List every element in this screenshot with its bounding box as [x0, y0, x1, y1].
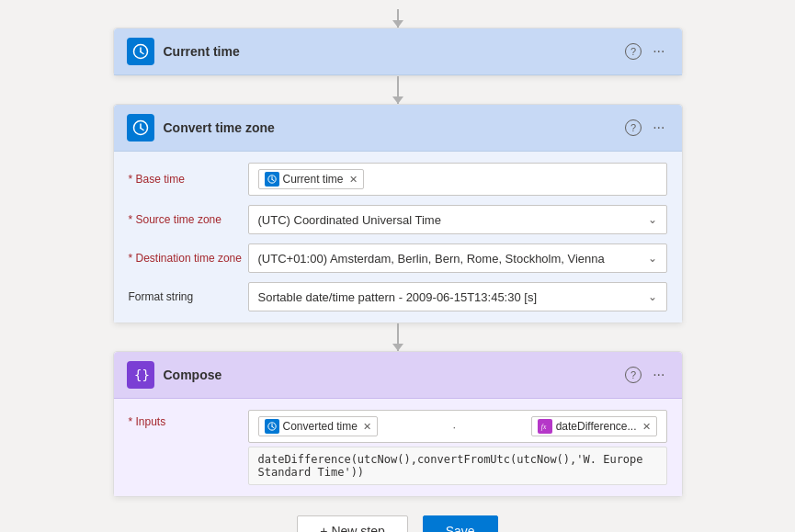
- compose-body: Inputs Converted time: [114, 399, 682, 496]
- step-convert-time-zone-header[interactable]: Convert time zone ? ···: [114, 105, 682, 152]
- converted-time-tag-close[interactable]: ✕: [363, 421, 371, 433]
- current-time-title: Current time: [164, 44, 626, 59]
- base-time-tag-close[interactable]: ✕: [349, 174, 358, 186]
- current-time-actions: ? ···: [625, 41, 668, 62]
- source-time-zone-value: (UTC) Coordinated Universal Time: [258, 213, 441, 227]
- step-convert-time-zone: Convert time zone ? ··· Base time: [113, 104, 683, 323]
- separator-dot: ·: [449, 420, 460, 434]
- fx-tag-close[interactable]: ✕: [642, 421, 651, 433]
- base-time-tag: Current time ✕: [258, 169, 364, 189]
- format-string-value: Sortable date/time pattern - 2009-06-15T…: [258, 290, 538, 304]
- top-connector: [397, 9, 399, 28]
- inputs-row: Inputs Converted time: [129, 410, 667, 485]
- step-current-time-header[interactable]: Current time ? ···: [114, 28, 682, 75]
- base-time-tag-icon: [265, 172, 279, 187]
- convert-time-zone-icon: [127, 114, 154, 141]
- source-time-zone-chevron-icon: ⌄: [648, 213, 657, 226]
- destination-time-zone-chevron-icon: ⌄: [648, 252, 657, 265]
- fx-tag-label: dateDifference...: [556, 420, 637, 433]
- step-compose-header[interactable]: {} Compose ? ···: [114, 352, 682, 399]
- source-time-zone-label: Source time zone: [129, 213, 248, 226]
- svg-line-2: [141, 52, 143, 54]
- svg-line-5: [141, 129, 143, 130]
- converted-time-tag-icon: [265, 419, 279, 434]
- destination-time-zone-label: Destination time zone: [129, 252, 248, 265]
- bottom-actions: + New step Save: [297, 515, 497, 532]
- destination-time-zone-value: (UTC+01:00) Amsterdam, Berlin, Bern, Rom…: [258, 252, 605, 266]
- base-time-field[interactable]: Current time ✕: [248, 163, 667, 196]
- connector-1: [397, 76, 399, 104]
- current-time-icon: [127, 38, 154, 65]
- format-string-row: Format string Sortable date/time pattern…: [129, 282, 667, 311]
- current-time-help-icon[interactable]: ?: [625, 43, 642, 60]
- new-step-button[interactable]: + New step: [297, 515, 407, 532]
- inputs-wrapper: Converted time ✕ · fx dateDifference...: [248, 410, 667, 485]
- compose-title: Compose: [164, 368, 626, 382]
- flow-canvas: Current time ? ··· Convert time zone ? ·…: [0, 0, 795, 532]
- compose-icon: {}: [127, 361, 154, 389]
- inputs-label: Inputs: [129, 410, 248, 428]
- format-string-dropdown[interactable]: Sortable date/time pattern - 2009-06-15T…: [248, 282, 667, 311]
- format-string-chevron-icon: ⌄: [648, 290, 657, 303]
- converted-time-tag: Converted time ✕: [258, 416, 378, 436]
- svg-text:fx: fx: [540, 423, 546, 431]
- step-current-time: Current time ? ···: [113, 28, 683, 76]
- fx-tag: fx dateDifference... ✕: [531, 416, 657, 436]
- save-button[interactable]: Save: [423, 515, 498, 532]
- source-time-zone-dropdown[interactable]: (UTC) Coordinated Universal Time ⌄: [248, 205, 667, 234]
- source-time-zone-row: Source time zone (UTC) Coordinated Unive…: [129, 205, 667, 234]
- compose-actions: ? ···: [625, 365, 668, 385]
- base-time-label: Base time: [129, 173, 248, 186]
- formula-tooltip: dateDifference(utcNow(),convertFromUtc(u…: [248, 447, 667, 485]
- convert-time-zone-actions: ? ···: [625, 118, 668, 138]
- inputs-field[interactable]: Converted time ✕ · fx dateDifference...: [248, 410, 667, 443]
- current-time-more-icon[interactable]: ···: [649, 41, 668, 62]
- convert-time-zone-more-icon[interactable]: ···: [649, 118, 668, 138]
- convert-time-zone-body: Base time Current time ✕: [114, 152, 682, 323]
- format-string-label: Format string: [129, 290, 248, 303]
- fx-tag-icon: fx: [538, 419, 552, 434]
- destination-time-zone-dropdown[interactable]: (UTC+01:00) Amsterdam, Berlin, Bern, Rom…: [248, 243, 667, 273]
- destination-time-zone-row: Destination time zone (UTC+01:00) Amster…: [129, 243, 667, 273]
- convert-time-zone-help-icon[interactable]: ?: [625, 119, 642, 136]
- converted-time-tag-label: Converted time: [283, 420, 358, 433]
- convert-time-zone-title: Convert time zone: [164, 120, 626, 135]
- base-time-tag-label: Current time: [283, 173, 344, 186]
- compose-more-icon[interactable]: ···: [649, 365, 668, 385]
- svg-line-12: [272, 426, 274, 427]
- base-time-row: Base time Current time ✕: [129, 163, 667, 196]
- svg-line-8: [272, 179, 274, 180]
- connector-2: [397, 323, 399, 351]
- svg-text:{}: {}: [134, 368, 149, 382]
- step-compose: {} Compose ? ··· Inputs: [113, 351, 683, 497]
- compose-help-icon[interactable]: ?: [625, 367, 642, 383]
